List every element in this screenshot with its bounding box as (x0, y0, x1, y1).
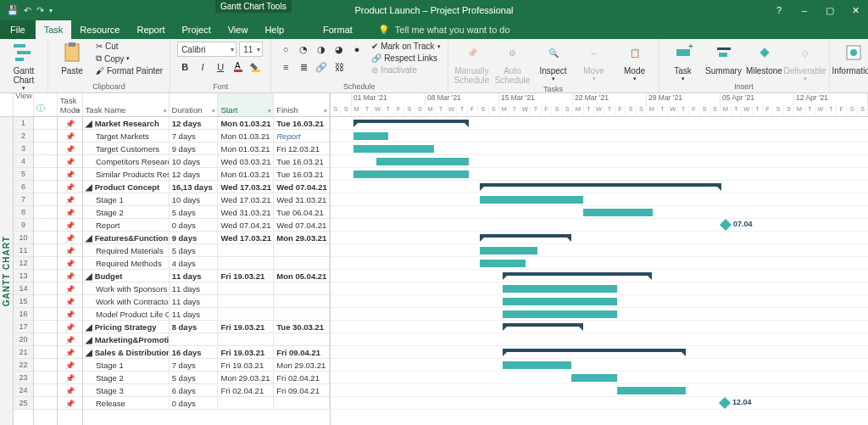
col-task-mode[interactable]: Task Mode▾ (58, 93, 83, 116)
task-name-cell[interactable]: Competitors Research (83, 155, 170, 167)
mode-button[interactable]: 📋Mode▾ (616, 41, 654, 82)
gantt-row[interactable] (331, 168, 868, 181)
col-finish[interactable]: Finish▾ (274, 93, 330, 116)
task-mode-cell[interactable]: 📌 (58, 168, 82, 181)
task-mode-cell[interactable]: 📌 (58, 257, 82, 270)
auto-schedule-button[interactable]: ⚙Auto Schedule (494, 41, 531, 85)
task-name-cell[interactable]: Similar Products Resea (83, 168, 170, 180)
task-name-cell[interactable]: ◢ Features&Functions (83, 232, 170, 243)
duration-cell[interactable]: 16 days (170, 346, 219, 358)
milestone-diamond[interactable] (720, 219, 732, 231)
table-row[interactable]: ◢ Budget11 daysFri 19.03.21Mon 05.04.21 (83, 270, 330, 282)
timescale[interactable]: 01 Mar '2108 Mar '2115 Mar '2122 Mar '21… (331, 93, 868, 116)
task-bar[interactable] (353, 171, 469, 178)
gantt-row[interactable] (331, 333, 868, 346)
row-number[interactable]: 21 (14, 346, 33, 359)
gantt-row[interactable] (331, 282, 868, 295)
tell-me[interactable]: 💡 Tell me what you want to do (378, 20, 510, 39)
tab-project[interactable]: Project (173, 20, 219, 39)
fill-color-button[interactable] (248, 59, 264, 75)
row-number[interactable]: 10 (14, 232, 33, 244)
task-bar[interactable] (353, 132, 388, 140)
row-number[interactable]: 1 (14, 117, 33, 130)
table-row[interactable]: Competitors Research10 daysWed 03.03.21T… (83, 155, 330, 168)
task-name-cell[interactable]: Stage 1 (83, 359, 170, 371)
mark-on-track-button[interactable]: ✔Mark on Track▾ (370, 41, 442, 52)
table-row[interactable]: Target Customers9 daysMon 01.03.21Fri 12… (83, 143, 330, 155)
insert-deliverable-button[interactable]: ◇Deliverable▾ (787, 41, 824, 82)
tab-help[interactable]: Help (256, 20, 292, 39)
task-mode-cell[interactable]: 📌 (58, 193, 82, 206)
duration-cell[interactable]: 6 days (170, 384, 219, 396)
summary-bar[interactable] (480, 234, 571, 242)
start-cell[interactable]: Fri 19.03.21 (218, 270, 274, 282)
finish-cell[interactable] (274, 333, 330, 345)
task-bar[interactable] (571, 374, 617, 382)
redo-icon[interactable]: ↷ (36, 5, 44, 16)
table-row[interactable]: ◢ Pricing Strategy8 daysFri 19.03.21Tue … (83, 321, 330, 333)
task-mode-cell[interactable]: 📌 (58, 333, 82, 346)
underline-button[interactable]: U (213, 59, 228, 75)
finish-cell[interactable]: Tue 16.03.21 (274, 155, 330, 167)
task-name-cell[interactable]: Stage 3 (83, 384, 170, 396)
progress-buttons[interactable]: ○ ◔ ◑ ◕ ● (276, 41, 366, 58)
gantt-chart-pane[interactable]: 07.0412.04 (331, 117, 868, 425)
finish-cell[interactable]: Wed 07.04.21 (274, 219, 330, 231)
row-number[interactable]: 17 (14, 321, 33, 333)
link-icon[interactable]: 🔗 (314, 59, 329, 75)
row-number[interactable]: 23 (14, 372, 33, 384)
task-bar[interactable] (376, 158, 469, 165)
table-row[interactable]: Required Methods4 days (83, 257, 330, 270)
start-cell[interactable] (218, 257, 274, 269)
start-cell[interactable]: Wed 31.03.21 (218, 206, 274, 218)
undo-icon[interactable]: ↶ (24, 5, 31, 16)
row-number[interactable]: 25 (14, 397, 33, 410)
finish-cell[interactable]: Tue 30.03.21 (274, 321, 330, 333)
task-mode-cell[interactable]: 📌 (58, 346, 82, 359)
insert-summary-button[interactable]: Summary (705, 41, 743, 75)
finish-cell[interactable]: Tue 06.04.21 (274, 206, 330, 218)
summary-bar[interactable] (503, 349, 686, 356)
finish-cell[interactable]: Wed 07.04.21 (274, 181, 330, 193)
task-bar[interactable] (503, 310, 617, 318)
progress-75-icon[interactable]: ◕ (331, 42, 347, 57)
duration-cell[interactable]: 0 days (170, 219, 219, 231)
row-number[interactable]: 14 (14, 282, 33, 295)
task-bar[interactable] (353, 145, 434, 153)
row-number[interactable]: 5 (14, 168, 33, 181)
gantt-row[interactable] (331, 295, 868, 308)
duration-cell[interactable]: 11 days (170, 295, 219, 307)
task-name-cell[interactable]: Target Markets (83, 130, 170, 142)
duration-cell[interactable]: 5 days (170, 244, 219, 256)
start-cell[interactable]: Mon 01.03.21 (218, 117, 274, 129)
milestone-diamond[interactable] (719, 397, 731, 409)
table-row[interactable]: Stage 25 daysWed 31.03.21Tue 06.04.21 (83, 206, 330, 219)
task-bar[interactable] (480, 260, 526, 267)
summary-bar[interactable] (503, 323, 583, 331)
task-mode-cell[interactable]: 📌 (58, 270, 82, 282)
progress-50-icon[interactable]: ◑ (314, 42, 329, 57)
row-number[interactable]: 16 (14, 308, 33, 321)
start-cell[interactable]: Mon 01.03.21 (218, 168, 274, 180)
task-mode-cell[interactable]: 📌 (58, 117, 82, 130)
font-size-select[interactable]: 11 (239, 42, 263, 57)
start-cell[interactable]: Fri 19.03.21 (218, 346, 274, 358)
row-number[interactable]: 12 (14, 257, 33, 270)
table-row[interactable]: ◢ Marketing&Promotion (83, 333, 330, 346)
table-row[interactable]: ◢ Market Research12 daysMon 01.03.21Tue … (83, 117, 330, 130)
progress-0-icon[interactable]: ○ (278, 42, 293, 57)
finish-cell[interactable]: Report (274, 130, 330, 142)
inspect-button[interactable]: 🔍Inspect▾ (535, 41, 572, 82)
table-row[interactable]: ◢ Features&Functions9 daysWed 17.03.21Mo… (83, 232, 330, 244)
row-number[interactable]: 4 (14, 155, 33, 168)
row-number[interactable]: 3 (14, 143, 33, 155)
gantt-row[interactable] (331, 143, 868, 155)
row-number[interactable]: 15 (14, 295, 33, 308)
finish-cell[interactable] (274, 257, 330, 269)
table-row[interactable]: Stage 17 daysFri 19.03.21Mon 29.03.21 (83, 359, 330, 372)
table-row[interactable]: Stage 110 daysWed 17.03.21Wed 31.03.21 (83, 193, 330, 206)
close-button[interactable]: ✕ (843, 0, 868, 20)
task-name-cell[interactable]: Report (83, 219, 170, 231)
outdent-icon[interactable]: ≡ (278, 59, 293, 75)
duration-cell[interactable]: 0 days (170, 397, 219, 409)
